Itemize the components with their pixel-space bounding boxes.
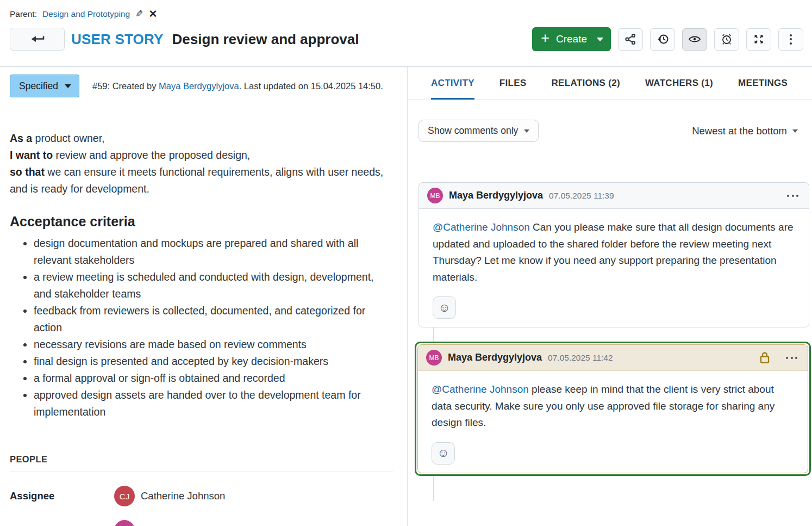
- tab-activity[interactable]: ACTIVITY: [431, 67, 474, 100]
- list-item: feedback from reviewers is collected, do…: [34, 302, 393, 336]
- create-button[interactable]: + Create: [532, 27, 611, 51]
- eye-icon: [688, 35, 701, 44]
- sort-order-label: Newest at the bottom: [692, 125, 787, 137]
- chevron-down-icon: [597, 38, 603, 41]
- back-arrow-icon: [30, 35, 45, 44]
- tab-relations[interactable]: RELATIONS (2): [552, 67, 620, 100]
- share-button[interactable]: [618, 28, 643, 51]
- sort-order-dropdown[interactable]: Newest at the bottom: [692, 125, 798, 137]
- remove-parent-icon[interactable]: ✕: [148, 8, 157, 20]
- acceptance-criteria-list: design documentation and mockups are pre…: [10, 235, 393, 420]
- fullscreen-button[interactable]: [746, 28, 771, 51]
- tab-bar: ACTIVITY FILES RELATIONS (2) WATCHERS (1…: [408, 67, 812, 100]
- list-item: a formal approval or sign-off is obtaine…: [34, 370, 393, 387]
- internal-lock-icon: [759, 351, 770, 364]
- page-title: Design review and approval: [172, 31, 359, 48]
- smiley-icon: ☺: [437, 446, 449, 460]
- comment-body: @Catherine Johnson Can you please make s…: [419, 209, 809, 327]
- comment-header: MB Maya Berdygylyjova 07.05.2025 11:42: [418, 345, 808, 371]
- tab-meetings[interactable]: MEETINGS: [738, 67, 788, 100]
- comment-text: @Catherine Johnson please keep in mind t…: [432, 381, 794, 431]
- create-button-label: Create: [556, 33, 587, 45]
- comment-author[interactable]: Maya Berdygylyjova: [449, 190, 543, 201]
- assignee-row: Assignee CJ Catherine Johnson: [10, 486, 393, 506]
- comment-list: MB Maya Berdygylyjova 07.05.2025 11:39 @…: [408, 182, 812, 501]
- chevron-down-icon: [792, 129, 798, 133]
- comment-body: @Catherine Johnson please keep in mind t…: [418, 371, 808, 473]
- comment-internal: MB Maya Berdygylyjova 07.05.2025 11:42: [417, 344, 808, 473]
- avatar: MB: [427, 188, 443, 203]
- list-item: approved design assets are handed over t…: [34, 387, 393, 420]
- list-item: necessary revisions are made based on re…: [34, 336, 393, 353]
- back-button[interactable]: [10, 28, 65, 51]
- description-line: so that we can ensure it meets functiona…: [10, 164, 393, 197]
- accountable-row: Accountable MB Maya Berdygylyjova: [10, 520, 393, 526]
- mention-link[interactable]: @Catherine Johnson: [432, 383, 529, 395]
- description-line: As a product owner,: [10, 130, 393, 147]
- list-item: a review meeting is scheduled and conduc…: [34, 269, 393, 302]
- reminder-button[interactable]: [714, 28, 739, 51]
- kebab-menu-icon: [790, 34, 792, 45]
- comments-filter-label: Show comments only: [428, 125, 518, 137]
- breadcrumb: Parent: Design and Prototyping ✎ ✕: [10, 8, 803, 20]
- work-package-type: USER STORY: [71, 31, 164, 48]
- comments-filter-dropdown[interactable]: Show comments only: [419, 120, 539, 142]
- assignee-label: Assignee: [10, 490, 114, 502]
- divider: [10, 472, 393, 472]
- work-package-details-panel: Specified #59: Created by Maya Berdygyly…: [0, 67, 408, 526]
- created-meta: #59: Created by Maya Berdygylyjova. Last…: [92, 81, 383, 91]
- edit-parent-icon[interactable]: ✎: [135, 8, 143, 20]
- parent-link[interactable]: Design and Prototyping: [42, 9, 130, 19]
- author-link[interactable]: Maya Berdygylyjova: [159, 81, 239, 91]
- comment: MB Maya Berdygylyjova 07.05.2025 11:39 @…: [419, 182, 809, 327]
- chevron-down-icon: [524, 129, 529, 133]
- description: As a product owner, I want to review and…: [10, 130, 393, 197]
- toolbar: + Create: [532, 27, 803, 51]
- avatar: MB: [114, 520, 135, 526]
- comment-timestamp: 07.05.2025 11:39: [549, 191, 614, 201]
- alarm-clock-icon: [721, 33, 733, 45]
- acceptance-criteria-heading: Acceptance criteria: [10, 214, 393, 230]
- watch-button[interactable]: [682, 28, 707, 51]
- add-reaction-button[interactable]: ☺: [432, 442, 455, 465]
- list-item: design documentation and mockups are pre…: [34, 235, 393, 269]
- comment-header: MB Maya Berdygylyjova 07.05.2025 11:39: [419, 183, 809, 209]
- avatar: CJ: [114, 486, 135, 506]
- baseline-button[interactable]: [650, 28, 675, 51]
- fullscreen-icon: [753, 34, 764, 45]
- description-line: I want to review and approve the propose…: [10, 147, 393, 164]
- status-value: Specified: [19, 81, 58, 92]
- tab-watchers[interactable]: WATCHERS (1): [645, 67, 713, 100]
- highlighted-comment-outline: MB Maya Berdygylyjova 07.05.2025 11:42: [415, 342, 811, 476]
- smiley-icon: ☺: [438, 301, 450, 315]
- history-clock-icon: [656, 33, 669, 45]
- work-package-header: Parent: Design and Prototyping ✎ ✕ USER …: [0, 0, 812, 66]
- comment-author[interactable]: Maya Berdygylyjova: [448, 352, 542, 363]
- parent-label: Parent:: [10, 9, 37, 19]
- comment-more-icon[interactable]: [784, 355, 799, 361]
- status-dropdown[interactable]: Specified: [10, 75, 79, 97]
- activity-connector-line: [433, 476, 434, 501]
- add-reaction-button[interactable]: ☺: [433, 296, 456, 319]
- chevron-down-icon: [65, 84, 71, 88]
- list-item: final design is presented and accepted b…: [34, 353, 393, 370]
- plus-icon: +: [541, 31, 549, 46]
- share-icon: [624, 33, 636, 45]
- more-button[interactable]: [778, 28, 803, 51]
- assignee-name[interactable]: Catherine Johnson: [141, 490, 225, 502]
- comment-timestamp: 07.05.2025 11:42: [548, 353, 613, 363]
- people-section-heading: PEOPLE: [10, 454, 393, 465]
- activity-connector-line: [433, 327, 434, 342]
- comment-more-icon[interactable]: [785, 193, 801, 199]
- activity-panel: ACTIVITY FILES RELATIONS (2) WATCHERS (1…: [408, 67, 812, 526]
- tab-files[interactable]: FILES: [499, 67, 527, 100]
- comment-text: @Catherine Johnson Can you please make s…: [433, 219, 795, 286]
- mention-link[interactable]: @Catherine Johnson: [433, 221, 530, 233]
- avatar: MB: [426, 350, 442, 366]
